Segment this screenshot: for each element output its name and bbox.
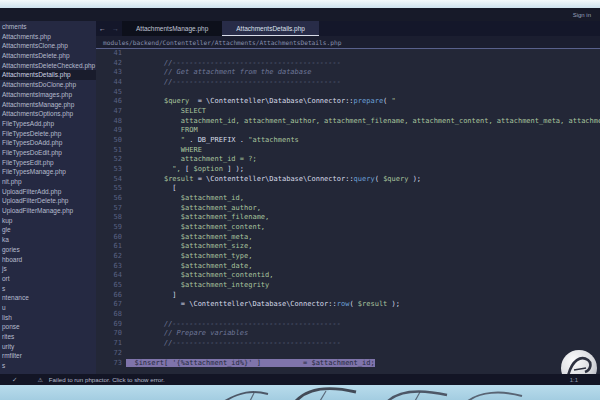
sidebar-item[interactable]: gle [0, 225, 96, 235]
code-line[interactable]: 60 $attachment_meta, [96, 233, 600, 243]
sidebar-item[interactable]: rmfilter [0, 351, 96, 361]
line-number: 58 [96, 213, 126, 223]
line-number: 73 [96, 359, 126, 369]
sidebar-item[interactable]: chments [0, 22, 96, 32]
sidebar-item[interactable]: UploadFilterAdd.php [0, 187, 96, 197]
code-line[interactable]: 44 //-----------------------------------… [96, 78, 600, 88]
code-area[interactable]: 4142 //---------------------------------… [96, 49, 600, 374]
code-line[interactable]: 58 $attachment_filename, [96, 213, 600, 223]
sidebar-item[interactable]: kup [0, 216, 96, 226]
code-line[interactable]: 45 [96, 88, 600, 98]
code-line[interactable]: 50 " . DB_PREFIX . "attachments [96, 136, 600, 146]
line-number: 57 [96, 204, 126, 214]
line-number: 44 [96, 78, 126, 88]
code-line[interactable]: 69 //-----------------------------------… [96, 320, 600, 330]
code-line[interactable]: 72 [96, 349, 600, 359]
sidebar-item[interactable]: UploadFilterDelete.php [0, 196, 96, 206]
line-content: WHERE [126, 146, 600, 156]
code-line[interactable]: 71 //-----------------------------------… [96, 339, 600, 349]
sidebar-item[interactable]: s [0, 284, 96, 294]
sidebar-item[interactable]: js [0, 264, 96, 274]
code-line[interactable]: 46 $query = \Contentteller\Database\Conn… [96, 97, 600, 107]
wallpaper-bottom-strip [0, 385, 600, 400]
sidebar-item[interactable]: FileTypesEdit.php [0, 158, 96, 168]
tab-label: AttachmentsDetails.php [236, 25, 305, 32]
sidebar-item[interactable]: AttachmentsDelete.php [0, 51, 96, 61]
code-line[interactable]: 61 $attachment_size, [96, 242, 600, 252]
code-line[interactable]: 59 $attachment_content, [96, 223, 600, 233]
tab-attachmentsdetails[interactable]: AttachmentsDetails.php [222, 21, 319, 36]
sidebar-item[interactable]: lish [0, 313, 96, 323]
sidebar-item[interactable]: urity [0, 342, 96, 352]
sidebar-item[interactable]: s [0, 361, 96, 371]
sidebar-item[interactable]: FileTypesAdd.php [0, 119, 96, 129]
line-number: 60 [96, 233, 126, 243]
sidebar-item[interactable]: ka [0, 235, 96, 245]
code-line[interactable]: 63 $attachment_date, [96, 262, 600, 272]
sidebar-item[interactable]: FileTypesManage.php [0, 167, 96, 177]
code-line[interactable]: 43 // Get attachment from the database [96, 68, 600, 78]
line-content [126, 88, 600, 98]
sidebar-item[interactable]: FileTypesDoEdit.php [0, 148, 96, 158]
sidebar-item[interactable]: Attachments.php [0, 32, 96, 42]
code-line[interactable]: 51 WHERE [96, 146, 600, 156]
sidebar-item[interactable]: rites [0, 332, 96, 342]
code-line[interactable]: 52 attachment_id = ?; [96, 155, 600, 165]
wallpaper-top-strip [0, 0, 600, 8]
history-back-icon[interactable]: ← [96, 21, 109, 36]
code-line[interactable]: 64 $attachment_contentid, [96, 271, 600, 281]
line-number: 52 [96, 155, 126, 165]
tab-bar: ← → AttachmentsManage.php AttachmentsDet… [96, 21, 600, 36]
code-line[interactable]: 54 $result = \Contentteller\Database\Con… [96, 175, 600, 185]
line-number: 64 [96, 271, 126, 281]
code-line[interactable]: 66 ] [96, 291, 600, 301]
code-line[interactable]: 55 [ [96, 184, 600, 194]
code-line[interactable]: 68 [96, 310, 600, 320]
code-line[interactable]: 65 $attachment_integrity [96, 281, 600, 291]
sidebar-item[interactable]: UploadFilterManage.php [0, 206, 96, 216]
code-line[interactable]: 49 FROM [96, 126, 600, 136]
line-content: //--------------------------------------… [126, 339, 600, 349]
sign-in-link[interactable]: Sign in [573, 12, 591, 18]
status-message[interactable]: Failed to run phpactor. Click to show er… [49, 376, 165, 383]
code-line[interactable]: 73 $insert[ '{%attachment_id%}' ] = $att… [96, 359, 600, 369]
line-content: // Get attachment from the database [126, 68, 600, 78]
line-content: $attachment_contentid, [126, 271, 600, 281]
line-content: SELECT [126, 107, 600, 117]
sidebar: chmentsAttachments.phpAttachmentsClone.p… [0, 21, 96, 374]
sidebar-item[interactable]: gories [0, 245, 96, 255]
code-line[interactable]: 48 attachment_id, attachment_author, att… [96, 117, 600, 127]
line-number: 70 [96, 329, 126, 339]
line-content: = \Contentteller\Database\Connector::row… [126, 300, 600, 310]
code-line[interactable]: 67 = \Contentteller\Database\Connector::… [96, 300, 600, 310]
line-number: 42 [96, 59, 126, 69]
history-forward-icon[interactable]: → [109, 21, 122, 36]
code-line[interactable]: 57 $attachment_author, [96, 204, 600, 214]
line-content [126, 349, 600, 359]
line-number: 51 [96, 146, 126, 156]
sidebar-item[interactable]: AttachmentsImages.php [0, 90, 96, 100]
sidebar-item[interactable]: nit.php [0, 177, 96, 187]
tab-attachmentsmanage[interactable]: AttachmentsManage.php [122, 21, 222, 36]
sidebar-item[interactable]: u [0, 303, 96, 313]
code-line[interactable]: 62 $attachment_type, [96, 252, 600, 262]
code-line[interactable]: 47 SELECT [96, 107, 600, 117]
code-line[interactable]: 53 ", [ $option ] ); [96, 165, 600, 175]
sidebar-item[interactable]: AttachmentsDeleteChecked.php [0, 61, 96, 71]
sidebar-item[interactable]: ponse [0, 322, 96, 332]
sidebar-item[interactable]: ntenance [0, 293, 96, 303]
sidebar-item[interactable]: hboard [0, 255, 96, 265]
sidebar-item[interactable]: FileTypesDoAdd.php [0, 138, 96, 148]
sidebar-item[interactable]: AttachmentsOptions.php [0, 109, 96, 119]
sidebar-item[interactable]: AttachmentsManage.php [0, 100, 96, 110]
sidebar-item[interactable]: AttachmentsDetails.php [0, 70, 96, 80]
sidebar-item[interactable]: AttachmentsClone.php [0, 41, 96, 51]
code-line[interactable]: 42 //-----------------------------------… [96, 59, 600, 69]
code-line[interactable]: 41 [96, 49, 600, 59]
sidebar-item[interactable]: ort [0, 274, 96, 284]
line-number: 72 [96, 349, 126, 359]
code-line[interactable]: 56 $attachment_id, [96, 194, 600, 204]
sidebar-item[interactable]: FileTypesDelete.php [0, 129, 96, 139]
code-line[interactable]: 70 // Prepare variables [96, 329, 600, 339]
sidebar-item[interactable]: AttachmentsDoClone.php [0, 80, 96, 90]
